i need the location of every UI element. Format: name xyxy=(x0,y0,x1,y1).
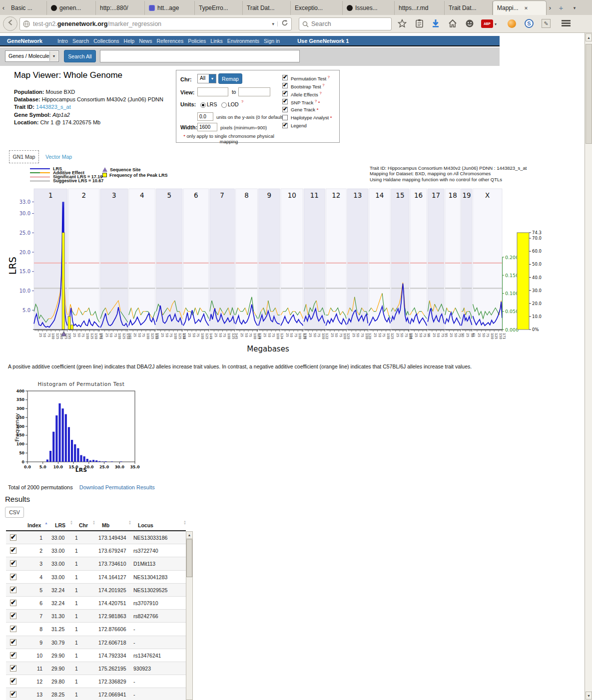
browser-tab-1[interactable]: Basic ... xyxy=(7,1,47,15)
checkbox-icon[interactable] xyxy=(282,83,288,88)
units-help-icon[interactable]: ? xyxy=(241,99,243,104)
tab-gn1-map[interactable]: GN1 Map xyxy=(9,150,39,163)
url-dropdown-icon[interactable]: ▾ xyxy=(269,21,278,26)
row-checkbox[interactable] xyxy=(10,574,16,580)
row-checkbox[interactable] xyxy=(10,691,16,698)
row-checkbox[interactable] xyxy=(10,534,16,541)
page-scrollbar[interactable]: ▲ ▼ xyxy=(585,33,592,700)
browser-tab-3[interactable]: http:...880/ xyxy=(96,1,145,15)
bookmark-star-icon[interactable] xyxy=(397,19,408,29)
list-all-tabs-icon[interactable]: ▾ xyxy=(569,1,581,15)
browser-tab-11[interactable]: Mappi...× xyxy=(493,0,547,15)
sort-icon[interactable]: ▲▼ xyxy=(183,520,186,525)
browser-tab-9[interactable]: https...r.md xyxy=(395,1,445,15)
new-tab-button[interactable]: + xyxy=(554,1,569,15)
checkbox-icon[interactable] xyxy=(282,75,288,80)
sort-icon[interactable]: ▲▼ xyxy=(128,520,131,525)
row-checkbox[interactable] xyxy=(10,560,16,567)
row-checkbox[interactable] xyxy=(10,678,16,685)
chat-smiley-icon[interactable] xyxy=(464,19,475,29)
width-input[interactable] xyxy=(197,123,217,131)
sort-icon[interactable]: ▲▼ xyxy=(70,520,73,525)
units-lod-radio[interactable] xyxy=(221,102,227,108)
back-button[interactable] xyxy=(3,16,17,31)
chr-select[interactable]: All ▼ xyxy=(197,74,216,83)
scroll-up-icon[interactable]: ▲ xyxy=(186,532,192,539)
nav-link-collections[interactable]: Collections xyxy=(93,38,119,44)
search-category-select[interactable]: Genes / Molecules ▼ xyxy=(5,50,59,62)
row-checkbox[interactable] xyxy=(10,665,16,672)
home-icon[interactable] xyxy=(447,19,458,29)
units-lrs-radio[interactable] xyxy=(200,102,206,108)
close-icon[interactable]: × xyxy=(525,1,528,15)
browser-tab-2[interactable]: genen... xyxy=(47,1,96,15)
row-checkbox[interactable] xyxy=(10,639,16,646)
column-header-chr[interactable]: Chr xyxy=(79,522,88,528)
use-genenetwork1-link[interactable]: Use GeneNetwork 1 xyxy=(297,38,349,44)
view-to-input[interactable] xyxy=(238,87,270,96)
row-checkbox[interactable] xyxy=(10,547,16,554)
row-checkbox[interactable] xyxy=(10,600,16,606)
nav-link-environments[interactable]: Environments xyxy=(227,38,259,44)
download-permutation-link[interactable]: Download Permutation Results xyxy=(79,484,155,490)
browser-tab-4[interactable]: htt...age xyxy=(145,1,195,15)
checkbox-icon[interactable] xyxy=(282,107,288,112)
nav-link-help[interactable]: Help xyxy=(124,38,135,44)
scroll-up-icon[interactable]: ▲ xyxy=(586,33,592,41)
adblock-plus-icon[interactable]: ABP xyxy=(481,19,493,28)
browser-tab-7[interactable]: Exceptio... xyxy=(291,1,343,15)
chevron-down-icon[interactable]: ▼ xyxy=(49,51,58,61)
tab-vector-map[interactable]: Vector Map xyxy=(45,154,72,160)
search-input[interactable] xyxy=(311,20,381,27)
gn-brand[interactable]: GeneNetwork xyxy=(7,38,42,44)
table-scrollbar[interactable]: ▲ xyxy=(186,531,193,700)
scroll-tabs-right-icon[interactable]: › xyxy=(547,1,554,15)
scroll-tabs-left-icon[interactable]: ‹ xyxy=(0,1,7,15)
yaxis-units-input[interactable] xyxy=(197,112,213,121)
browser-search-box[interactable] xyxy=(299,17,392,30)
sort-icon[interactable]: ▲ xyxy=(44,521,48,525)
foxyproxy-icon[interactable] xyxy=(508,19,516,28)
remap-button[interactable]: Remap xyxy=(218,73,242,84)
checkbox-icon[interactable] xyxy=(282,99,288,104)
row-checkbox[interactable] xyxy=(10,652,16,659)
column-header-locus[interactable]: Locus xyxy=(138,522,153,528)
nav-link-news[interactable]: News xyxy=(139,38,152,44)
nav-link-search[interactable]: Search xyxy=(72,38,89,44)
browser-tab-5[interactable]: TypeErro... xyxy=(195,1,243,15)
row-checkbox[interactable] xyxy=(10,613,16,619)
downloads-icon[interactable] xyxy=(430,19,441,29)
global-search-input[interactable] xyxy=(100,50,300,62)
sort-icon[interactable]: ▲▼ xyxy=(92,520,95,525)
checkbox-icon[interactable] xyxy=(282,123,288,128)
browser-tab-8[interactable]: Issues... xyxy=(343,1,395,15)
table-scrollbar-thumb[interactable] xyxy=(186,539,192,577)
column-header-lrs[interactable]: LRS xyxy=(55,522,65,528)
s-extension-icon[interactable]: S xyxy=(525,19,534,28)
checkbox-icon[interactable] xyxy=(282,91,288,96)
nav-link-policies[interactable]: Policies xyxy=(188,38,206,44)
url-bar[interactable]: test-gn2.genenetwork.org/marker_regressi… xyxy=(19,17,292,30)
nav-link-links[interactable]: Links xyxy=(210,38,223,44)
column-header-mb[interactable]: Mb xyxy=(102,522,109,528)
view-from-input[interactable] xyxy=(197,87,228,96)
csv-export-button[interactable]: CSV xyxy=(5,507,24,518)
checkbox-icon[interactable] xyxy=(282,115,288,120)
selenium-editor-icon[interactable]: ✎ xyxy=(542,19,551,28)
nav-link-references[interactable]: References xyxy=(156,38,183,44)
browser-tab-10[interactable]: Trait Dat... xyxy=(445,1,493,15)
nav-link-sign-in[interactable]: Sign in xyxy=(264,38,280,44)
scroll-down-icon[interactable]: ▼ xyxy=(586,692,592,700)
search-all-button[interactable]: Search All xyxy=(64,50,96,62)
column-header-index[interactable]: Index xyxy=(27,522,41,528)
bookmarks-clipboard-icon[interactable] xyxy=(414,19,425,29)
trait-id-link[interactable]: 1443823_s_at xyxy=(36,104,71,110)
row-checkbox[interactable] xyxy=(10,587,16,593)
adblock-dropdown-icon[interactable]: ▾ xyxy=(495,22,497,26)
row-checkbox[interactable] xyxy=(10,626,16,632)
page-scrollbar-thumb[interactable] xyxy=(586,44,592,144)
menu-icon[interactable] xyxy=(562,20,571,27)
browser-tab-6[interactable]: Trait Dat... xyxy=(243,1,291,15)
nav-link-intro[interactable]: Intro xyxy=(57,38,68,44)
reload-icon[interactable] xyxy=(278,19,288,28)
